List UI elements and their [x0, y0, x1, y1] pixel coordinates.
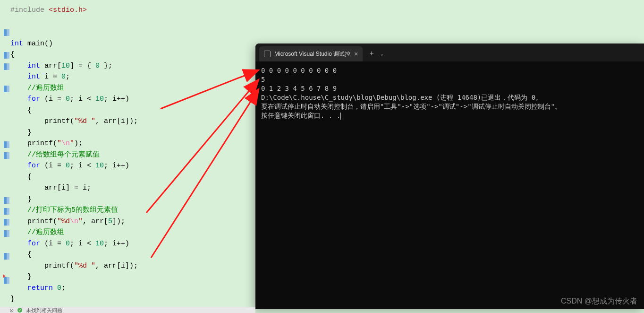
include-header: <stdio.h>	[49, 6, 87, 14]
output-line-5: 要在调试停止时自动关闭控制台，请启用"工具"->"选项"->"调试"->"调试停…	[261, 103, 561, 110]
literal-10: 10	[95, 162, 104, 170]
keyword-int: int	[27, 73, 40, 81]
literal-0: 0	[66, 162, 70, 170]
keyword-for: for	[27, 162, 40, 170]
change-marker	[4, 29, 9, 36]
keyword-int: int	[10, 40, 23, 48]
literal-10: 10	[95, 240, 104, 248]
literal-10: 10	[61, 62, 70, 70]
change-marker	[4, 253, 9, 260]
comment-traverse: //遍历数组	[27, 84, 64, 92]
gutter: -	[0, 0, 9, 313]
preprocessor: #include	[10, 6, 44, 14]
output-line-1: 0 0 0 0 0 0 0 0 0 0	[261, 67, 337, 74]
literal-10: 10	[95, 95, 104, 103]
console-output[interactable]: 0 0 0 0 0 0 0 0 0 0 5 0 1 2 3 4 5 6 7 8 …	[255, 61, 644, 125]
change-marker	[4, 219, 9, 226]
console-window[interactable]: Microsoft Visual Studio 调试控 × + ⌄ 0 0 0 …	[255, 43, 644, 309]
breakpoint-indicator[interactable]	[3, 274, 6, 278]
literal-0: 0	[95, 62, 100, 70]
text-cursor	[340, 113, 341, 120]
output-line-6: 按任意键关闭此窗口. . .	[261, 112, 340, 119]
keyword-return: return	[27, 284, 53, 292]
keyword-for: for	[27, 95, 40, 103]
code-content[interactable]: #include <stdio.h> int main() { int arr[…	[10, 5, 138, 305]
literal-5: 5	[108, 217, 112, 226]
change-marker	[4, 52, 9, 59]
change-marker	[4, 63, 9, 70]
literal-0: 0	[61, 73, 66, 81]
status-text: 未找到相关问题	[26, 307, 62, 313]
close-icon[interactable]: ×	[354, 50, 358, 58]
output-line-3: 0 1 2 3 4 5 6 7 8 9	[261, 85, 337, 92]
literal-0: 0	[57, 284, 61, 292]
keyword-int: int	[27, 62, 40, 70]
comment-print5: //打印下标为5的数组元素值	[27, 206, 118, 214]
console-tab[interactable]: Microsoft Visual Studio 调试控 ×	[259, 46, 363, 61]
vs-icon	[264, 51, 271, 57]
add-tab-icon[interactable]: +	[369, 50, 374, 58]
change-marker	[4, 197, 9, 204]
output-line-4: D:\Code\C.house\C_study\blog\Debug\blog.…	[261, 94, 542, 101]
literal-0: 0	[66, 240, 70, 248]
watermark: CSDN @想成为传火者	[561, 296, 637, 306]
comment-assign: //给数组每个元素赋值	[27, 151, 100, 159]
change-marker	[4, 230, 9, 237]
status-warning-icon: ⊘	[9, 307, 14, 313]
statusbar: ⊘ ✓ 未找到相关问题	[0, 307, 255, 313]
change-marker	[4, 141, 9, 148]
status-ok-icon: ✓	[17, 308, 22, 313]
tab-title: Microsoft Visual Studio 调试控	[274, 50, 350, 58]
literal-0: 0	[66, 95, 70, 103]
comment-traverse2: //遍历数组	[27, 228, 64, 236]
output-line-2: 5	[261, 76, 265, 83]
change-marker	[4, 208, 9, 215]
change-marker	[4, 152, 9, 159]
change-marker	[4, 277, 9, 284]
console-titlebar[interactable]: Microsoft Visual Studio 调试控 × + ⌄	[255, 43, 644, 61]
change-marker	[4, 86, 9, 92]
keyword-for: for	[27, 240, 40, 248]
tab-dropdown-icon[interactable]: ⌄	[381, 51, 383, 57]
